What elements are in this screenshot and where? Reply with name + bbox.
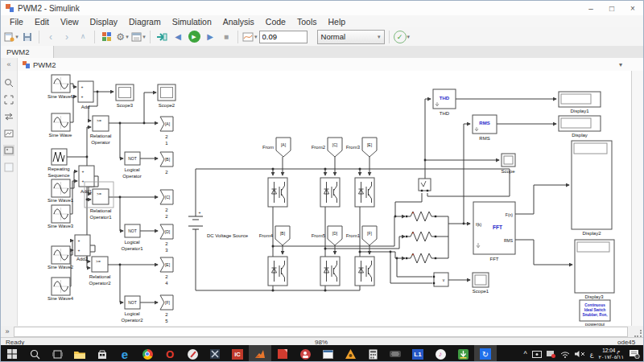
taskbar-idm[interactable] xyxy=(452,345,474,362)
model-advisor-button[interactable]: ✓ ▾ xyxy=(394,30,411,44)
block-display3[interactable]: Display3 xyxy=(575,240,614,299)
model-settings-button[interactable]: ⚙ ▾ xyxy=(115,30,130,44)
taskbar-itunes[interactable]: ♪ xyxy=(429,345,452,362)
search-button[interactable] xyxy=(23,345,46,362)
taskbar-chrome[interactable] xyxy=(136,345,159,362)
block-add2[interactable]: + + Add2 xyxy=(75,235,90,261)
viewmark-icon[interactable] xyxy=(3,162,14,173)
vertical-scrollbar[interactable] xyxy=(631,71,643,326)
taskbar-sync-app[interactable]: ↻ xyxy=(474,345,497,362)
model-browser-button[interactable]: ▾ xyxy=(131,30,146,44)
data-inspector-button[interactable] xyxy=(155,30,169,44)
block-from4[interactable]: [B] From4 xyxy=(259,226,290,245)
taskbar-avg-app[interactable] xyxy=(339,345,361,362)
fit-to-view-icon[interactable] xyxy=(3,94,14,105)
step-forward-button[interactable]: ▶ xyxy=(203,30,217,44)
taskbar-edge[interactable]: e xyxy=(114,345,136,362)
block-display1[interactable]: Display1 xyxy=(559,92,601,113)
taskbar-x-app[interactable] xyxy=(204,345,226,362)
zoom-tool-icon[interactable] xyxy=(3,77,14,88)
block-logical-operator[interactable]: NOT Logical Operator xyxy=(122,152,142,179)
menu-diagram[interactable]: Diagram xyxy=(123,17,167,27)
block-igbt2[interactable] xyxy=(320,178,340,207)
simulation-mode-select[interactable]: Normal ▾ xyxy=(317,30,385,44)
block-goto-b[interactable]: [B] 2 xyxy=(160,152,173,175)
block-add[interactable]: + + Add xyxy=(78,81,93,109)
block-display2[interactable]: Display2 xyxy=(572,141,612,236)
block-from-a[interactable]: [A] From xyxy=(262,138,291,157)
close-button[interactable]: × xyxy=(622,2,643,15)
block-logical-operator2[interactable]: NOT Logical Operator2 xyxy=(121,296,143,323)
stop-time-input[interactable] xyxy=(259,31,308,43)
menu-edit[interactable]: Edit xyxy=(29,17,55,27)
block-goto-e[interactable]: [E] 24 xyxy=(160,257,173,286)
tab-pwm2[interactable]: PWM2 xyxy=(1,46,54,58)
breadcrumb[interactable]: PWM2 xyxy=(33,60,56,69)
start-button[interactable] xyxy=(1,345,23,362)
block-sine-wave1[interactable]: Sine Wave1 xyxy=(47,179,74,203)
block-load-r3[interactable]: + xyxy=(406,252,436,263)
task-view-button[interactable] xyxy=(46,345,68,362)
block-from3[interactable]: [E] From3 xyxy=(346,138,377,157)
menu-help[interactable]: Help xyxy=(322,17,351,27)
block-scope2[interactable]: Scope2 xyxy=(158,84,175,108)
block-sine-wave3[interactable]: Sine Wave3 xyxy=(47,205,74,228)
tray-volume-muted-icon[interactable] xyxy=(575,350,585,358)
block-fft[interactable]: f(k) FFT F(n) RMS FFT xyxy=(473,202,515,261)
block-voltage-measurement2[interactable]: v xyxy=(433,273,448,286)
block-from2[interactable]: [C] From2 xyxy=(312,138,342,157)
block-logical-operator1[interactable]: NOT Logical Operator1 xyxy=(121,224,143,251)
block-from1[interactable]: [F] From1 xyxy=(346,226,377,245)
step-back-button[interactable]: ◀ xyxy=(171,30,185,44)
minimize-button[interactable]: – xyxy=(580,2,601,15)
taskbar-opera[interactable]: O xyxy=(159,345,181,362)
block-scope[interactable]: Scope xyxy=(501,154,515,174)
annotation-image-icon[interactable] xyxy=(3,128,14,139)
stop-button[interactable]: ■ xyxy=(219,30,233,44)
menu-display[interactable]: Display xyxy=(85,17,123,27)
block-scope3[interactable]: Scope3 xyxy=(116,84,134,108)
forward-button[interactable]: › xyxy=(60,30,74,44)
swap-arrows-icon[interactable] xyxy=(3,111,14,122)
block-relational-operator2[interactable]: >= Relational Operator2 xyxy=(89,257,111,286)
new-model-button[interactable]: ▾ xyxy=(4,30,19,44)
block-repeating-sequence[interactable]: Repeating Sequence xyxy=(47,149,70,178)
block-sine-wave4[interactable]: Sine Wave4 xyxy=(47,278,74,301)
block-goto-f[interactable]: [F] 25 xyxy=(160,295,173,323)
block-from5[interactable]: [D] From5 xyxy=(312,226,342,245)
menu-code[interactable]: Code xyxy=(260,17,291,27)
taskbar-file-explorer[interactable] xyxy=(68,345,91,362)
run-button[interactable]: ▶ xyxy=(187,30,201,44)
collapse-browser-button[interactable]: « xyxy=(1,58,18,71)
taskbar-calculator[interactable] xyxy=(361,345,384,362)
tray-network-icon[interactable] xyxy=(560,351,570,358)
block-dc-voltage-source[interactable]: + DC Voltage Source xyxy=(188,210,249,238)
annotation-area-icon[interactable] xyxy=(3,145,14,156)
taskbar-matlab[interactable] xyxy=(249,345,271,362)
block-thd[interactable]: THD THD xyxy=(433,89,456,116)
tray-alert-icon[interactable] xyxy=(547,350,555,358)
taskbar-ic-app[interactable]: iC xyxy=(226,345,249,362)
back-button[interactable]: ‹ xyxy=(43,30,58,44)
menu-view[interactable]: View xyxy=(55,17,85,27)
taskbar-window-app[interactable] xyxy=(316,345,339,362)
taskbar-store[interactable] xyxy=(91,345,114,362)
block-sine-wave6[interactable]: Sine Wave6 xyxy=(47,75,74,99)
block-add1[interactable]: + + Add1 xyxy=(79,166,94,194)
block-rms[interactable]: RMS RMS xyxy=(473,115,497,141)
block-sine-wave[interactable]: Sine Wave xyxy=(49,113,72,138)
simulation-plot-button[interactable]: ▾ xyxy=(242,30,258,44)
block-load-r1[interactable]: + xyxy=(406,210,436,221)
block-display[interactable]: Display xyxy=(559,116,601,138)
block-goto-c[interactable]: [C] 22 xyxy=(160,190,173,219)
menu-simulation[interactable]: Simulation xyxy=(167,17,217,27)
horizontal-scrollbar[interactable] xyxy=(14,327,628,337)
taskbar-browser-compass[interactable] xyxy=(181,345,204,362)
palette-overflow-button[interactable]: » xyxy=(1,327,14,335)
tray-clock[interactable]: 12:04 م ٢٠١٧/٠٥/١١ xyxy=(598,348,624,360)
block-igbt4[interactable] xyxy=(268,257,287,286)
up-to-parent-button[interactable]: ∧ xyxy=(76,30,90,44)
block-powergui[interactable]: Continuous Ideal Switch Snubber, Ron, po… xyxy=(580,300,610,326)
taskbar-pdf-app[interactable] xyxy=(271,345,294,362)
taskbar-heif-app[interactable] xyxy=(384,345,407,362)
